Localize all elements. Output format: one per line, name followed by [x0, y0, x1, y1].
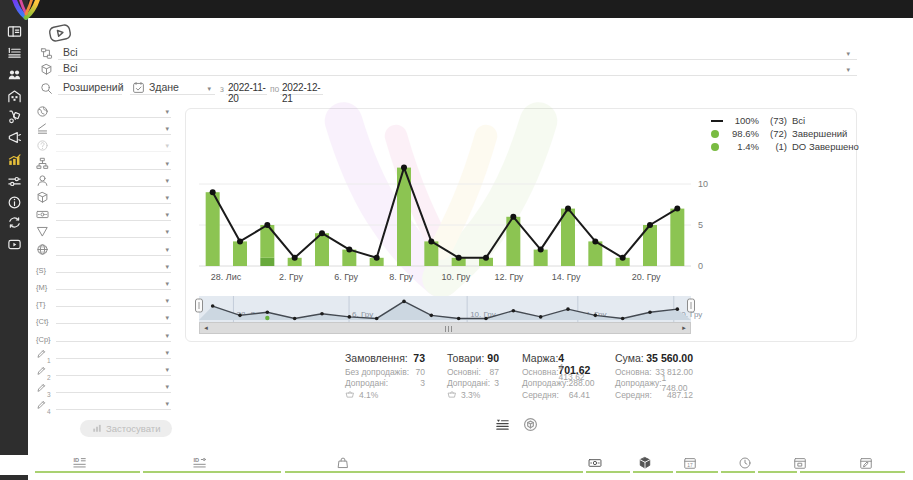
legend-percent: 98.6%	[725, 128, 759, 139]
chevron-down-icon: ▾	[165, 227, 169, 237]
stat-subrow: Допродажу:1 748.00	[615, 378, 693, 390]
scrollbar-grip[interactable]	[445, 326, 452, 332]
filter-select[interactable]: ▾	[56, 138, 171, 152]
stat-title: Замовлення:73	[345, 352, 425, 366]
calendar-edit-icon[interactable]	[859, 456, 873, 474]
clock-icon[interactable]	[738, 456, 752, 474]
stat-subrow: Середня:64.41	[522, 389, 590, 401]
brace-s-icon: {S}	[36, 266, 46, 275]
chevron-down-icon: ▾	[165, 245, 169, 255]
legend-label: DO Завершено	[792, 141, 859, 152]
date-to-label: по	[270, 84, 279, 94]
sidebar-item-info[interactable]	[7, 195, 22, 210]
id-link-icon[interactable]: ID	[193, 456, 207, 474]
chart-scrollbar[interactable]: ◂ ▸	[199, 322, 691, 334]
search-mode-value: Розширений	[63, 81, 124, 93]
globe-icon	[36, 104, 49, 121]
table-header-cell[interactable]	[800, 471, 905, 473]
filter-row-cube: ▾	[36, 190, 171, 205]
stat-column: Маржа:4 701.62Основна:4 413.62Допродажу:…	[522, 352, 590, 401]
filter-select[interactable]: ▾	[56, 328, 171, 342]
scroll-right-icon[interactable]: ▸	[678, 324, 690, 332]
filter-select[interactable]: ▾	[56, 276, 171, 290]
legend-label: Завершений	[792, 128, 847, 139]
sidebar-item-marketing[interactable]	[7, 130, 22, 145]
legend-marker-icon	[711, 120, 725, 122]
sidebar-item-analytics[interactable]	[7, 152, 22, 167]
sidebar-item-settings[interactable]	[7, 174, 22, 189]
legend-item: 100% (73) Всі	[711, 114, 859, 127]
cube-dark-icon[interactable]	[638, 456, 652, 474]
chevron-down-icon: ▾	[165, 124, 169, 134]
svg-text:8. Гру: 8. Гру	[389, 272, 413, 282]
date-to-input[interactable]: 2022-12-21	[280, 80, 323, 95]
filter-row-brace-cp: {Cp} ▾	[36, 328, 171, 343]
svg-text:6. Гру: 6. Гру	[334, 272, 358, 282]
table-view-icon[interactable]	[495, 417, 510, 436]
stat-subrow: 3.3%	[447, 389, 499, 401]
legend-item: 1.4% (1) DO Завершено	[711, 140, 859, 153]
chevron-down-icon: ▾	[165, 279, 169, 289]
stat-column: Товари:90Основні:87Допродані:3 3.3%	[447, 352, 499, 401]
filter-select[interactable]: ▾	[56, 310, 171, 324]
filter-select[interactable]: ▾	[56, 156, 171, 170]
funnel-icon	[36, 224, 49, 241]
stat-column: Замовлення:73Без допродажів:70Допродані:…	[345, 352, 425, 401]
sidebar-item-video-tutorials[interactable]	[7, 237, 22, 252]
sidebar-item-orders-list[interactable]	[7, 45, 22, 60]
brand-logo[interactable]	[7, 0, 45, 29]
chevron-down-icon: ▾	[165, 262, 169, 272]
date-field-select[interactable]: Здане ▾	[130, 80, 215, 95]
basket-icon	[345, 389, 355, 401]
app-window: Всі ▾ Всі ▾ Розширений ▾ Здане ▾ з 2022-…	[0, 0, 913, 480]
apply-button[interactable]: Застосувати	[80, 420, 172, 437]
legend-count: (72)	[759, 128, 787, 139]
filter-select[interactable]: ▾	[56, 224, 171, 238]
package-icon	[40, 62, 53, 75]
svg-text:ID: ID	[193, 457, 199, 463]
stat-subrow: Середня:487.12	[615, 389, 693, 401]
filter-select[interactable]: ▾	[56, 173, 171, 187]
filter-select[interactable]: ▾	[56, 190, 171, 204]
stat-title: Сума:35 560.00	[615, 352, 693, 366]
calendar-17-icon[interactable]: 17	[683, 456, 697, 474]
product-view-icon[interactable]	[523, 417, 538, 436]
table-header-cell[interactable]	[285, 471, 583, 473]
table-header-cell[interactable]	[758, 471, 797, 473]
hierarchy-icon	[40, 46, 53, 59]
sidebar-item-sync[interactable]	[7, 215, 22, 230]
table-header-cell[interactable]	[143, 471, 281, 473]
chevron-down-icon: ▾	[165, 193, 169, 203]
date-from-input[interactable]: 2022-11-20	[226, 80, 267, 95]
table-header-cell[interactable]	[35, 471, 140, 473]
filter-select[interactable]: ▾	[56, 207, 171, 221]
basket-icon	[447, 389, 457, 401]
svg-text:2. Гру: 2. Гру	[279, 272, 303, 282]
svg-text:17: 17	[687, 463, 693, 468]
filter-select[interactable]: ▾	[56, 259, 171, 273]
category-select[interactable]: Всі ▾	[58, 45, 857, 60]
date-field-value: Здане	[149, 81, 179, 93]
bag-icon[interactable]	[336, 456, 350, 474]
filter-select[interactable]: ▾	[56, 121, 171, 135]
filter-row-brace-ct: {Ct} ▾	[36, 310, 171, 325]
person-icon	[36, 173, 49, 190]
product-select[interactable]: Всі ▾	[58, 61, 857, 76]
id-lines-icon[interactable]: ID	[73, 456, 87, 474]
chevron-down-icon: ▾	[165, 296, 169, 306]
filter-select[interactable]: ▾	[56, 242, 171, 256]
sidebar-item-warehouse[interactable]	[7, 89, 22, 104]
stat-title: Товари:90	[447, 352, 499, 366]
search-mode-select[interactable]: Розширений ▾	[58, 80, 122, 95]
view-toggles	[495, 417, 538, 436]
banknote-dark-icon[interactable]	[588, 456, 602, 474]
sidebar-item-clients[interactable]	[7, 67, 22, 82]
stat-subrow: Основні:87	[447, 366, 499, 378]
filter-row-globe-grid: ▾	[36, 242, 171, 257]
filter-select[interactable]: ▾	[56, 293, 171, 307]
scroll-left-icon[interactable]: ◂	[200, 324, 212, 332]
question-icon	[36, 138, 49, 155]
date-from-label: з	[220, 84, 224, 94]
filter-select[interactable]: ▾	[56, 104, 171, 118]
sidebar-item-delivery[interactable]	[7, 109, 22, 124]
